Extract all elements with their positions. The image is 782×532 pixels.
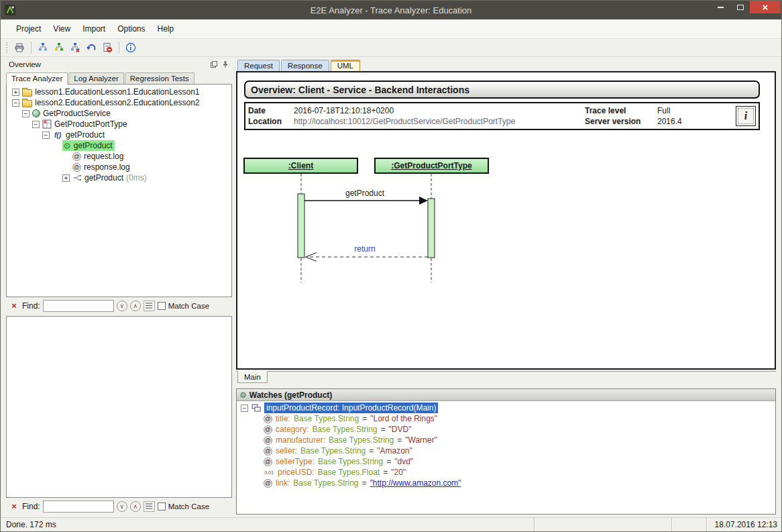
watches-tree: − inputProductRecord: InputProductRecord… bbox=[237, 401, 775, 514]
tab-main[interactable]: Main bbox=[237, 371, 268, 383]
watch-item-sellertype[interactable]: @ sellerType: Base Types.String = "dvd" bbox=[237, 456, 775, 467]
minimize-button[interactable] bbox=[711, 1, 730, 13]
watch-item-category[interactable]: @ category: Base Types.String = "DVD" bbox=[237, 424, 775, 435]
sequence-diagram-canvas bbox=[243, 158, 511, 288]
tree-item-response-log[interactable]: @ response.log bbox=[7, 162, 231, 172]
close-button[interactable]: × bbox=[750, 1, 781, 13]
date-label: Date bbox=[248, 105, 294, 116]
watch-item-link[interactable]: @ link: Base Types.String = "http://www.… bbox=[237, 478, 775, 488]
window-title: E2E Analyzer - Trace Analyzer: Education bbox=[1, 5, 781, 15]
find-prev-icon[interactable]: ∧ bbox=[130, 301, 141, 311]
import-structure-button[interactable] bbox=[52, 40, 66, 55]
float-window-icon[interactable] bbox=[209, 60, 219, 68]
info-button[interactable]: i bbox=[736, 106, 756, 126]
undo-button[interactable] bbox=[84, 40, 99, 55]
tree-item-lesson2[interactable]: − lesson2.EducationLesson2.EducationLess… bbox=[7, 97, 231, 108]
app-logo-icon bbox=[5, 5, 15, 15]
collapse-structure-button[interactable] bbox=[68, 40, 82, 55]
find-next-icon[interactable]: ∨ bbox=[117, 501, 127, 512]
folder-open-icon bbox=[22, 100, 32, 107]
tree-item-service[interactable]: − GetProductService bbox=[7, 108, 231, 119]
log-file-icon: @ bbox=[72, 163, 81, 172]
tree-item-label: GetProductService bbox=[43, 109, 111, 118]
tab-regression-tests[interactable]: Regression Tests bbox=[125, 72, 194, 84]
collapse-icon[interactable]: − bbox=[32, 121, 40, 128]
lifeline-client[interactable]: :Client bbox=[243, 158, 358, 174]
find-input[interactable] bbox=[43, 500, 114, 513]
tree-item-request-log[interactable]: @ request.log bbox=[7, 151, 231, 162]
toolbar bbox=[1, 39, 781, 57]
menu-options[interactable]: Options bbox=[111, 21, 151, 36]
match-case-checkbox[interactable] bbox=[158, 502, 166, 511]
close-icon: × bbox=[763, 1, 769, 13]
maximize-icon bbox=[737, 5, 744, 10]
tab-request[interactable]: Request bbox=[237, 60, 280, 71]
porttype-icon bbox=[42, 119, 52, 129]
expand-structure-button[interactable] bbox=[36, 40, 50, 55]
collapse-icon[interactable]: − bbox=[42, 131, 50, 139]
find-prev-icon[interactable]: ∧ bbox=[130, 501, 141, 512]
location-value: http://localhost:10012/GetProductService… bbox=[294, 116, 515, 127]
find-options-icon[interactable] bbox=[144, 301, 155, 311]
watch-root-item[interactable]: − inputProductRecord: InputProductRecord… bbox=[237, 403, 775, 413]
find-label: Find: bbox=[22, 301, 40, 311]
pin-icon[interactable] bbox=[221, 60, 230, 68]
toolbar-separator bbox=[31, 42, 32, 54]
trace-tree: + lesson1.EducationLesson1.EducationLess… bbox=[6, 84, 232, 297]
tree-item-lesson1[interactable]: + lesson1.EducationLesson1.EducationLess… bbox=[7, 87, 231, 97]
server-version-value: 2016.4 bbox=[657, 116, 682, 127]
remove-log-button[interactable] bbox=[100, 40, 115, 55]
find-next-icon[interactable]: ∨ bbox=[117, 301, 127, 311]
tree-item-function[interactable]: − f() getProduct bbox=[7, 129, 231, 140]
find-options-icon[interactable] bbox=[144, 501, 155, 512]
tree-item-label: lesson2.EducationLesson2.EducationLesson… bbox=[35, 98, 200, 107]
selected-tree-item[interactable]: ⚙ getProduct bbox=[62, 140, 115, 151]
record-icon bbox=[252, 403, 261, 413]
uml-subtab-strip: Main bbox=[236, 371, 776, 384]
float-type-icon: 0.01 bbox=[264, 470, 274, 475]
match-case-label: Match Case bbox=[168, 502, 209, 511]
match-case-checkbox[interactable] bbox=[158, 302, 166, 310]
print-button[interactable] bbox=[12, 40, 27, 55]
find-input[interactable] bbox=[43, 300, 114, 312]
collapse-icon[interactable]: − bbox=[12, 99, 19, 107]
list-icon bbox=[146, 503, 152, 509]
find-clear-icon[interactable]: × bbox=[9, 301, 19, 311]
expand-icon[interactable]: + bbox=[62, 174, 70, 182]
lifeline-porttype[interactable]: :GetProductPortType bbox=[374, 158, 489, 174]
tab-log-analyzer[interactable]: Log Analyzer bbox=[68, 72, 124, 84]
menu-import[interactable]: Import bbox=[76, 21, 111, 36]
watch-item-priceusd[interactable]: 0.01 priceUSD: Base Types.Float = "20" bbox=[237, 467, 775, 478]
status-datetime: 18.07.2016 12:13 bbox=[706, 518, 781, 531]
trace-call-icon bbox=[72, 173, 82, 182]
watch-item-title[interactable]: @ title: Base Types.String = "Lord of th… bbox=[237, 413, 775, 424]
tree-item-getproduct-selected[interactable]: ⚙ getProduct bbox=[7, 140, 231, 151]
find-label: Find: bbox=[22, 502, 40, 511]
tree-item-label: GetProductPortType bbox=[54, 119, 127, 129]
collapse-icon[interactable]: − bbox=[241, 405, 248, 412]
overview-panel-title: Overview bbox=[9, 60, 209, 68]
tree-structure-remove-icon bbox=[70, 42, 80, 53]
titlebar: E2E Analyzer - Trace Analyzer: Education… bbox=[1, 1, 781, 19]
watch-item-manufacturer[interactable]: @ manufacturer: Base Types.String = "War… bbox=[237, 435, 775, 445]
collapse-icon[interactable]: − bbox=[22, 110, 30, 117]
tab-response[interactable]: Response bbox=[281, 60, 329, 71]
find-clear-icon[interactable]: × bbox=[9, 501, 19, 511]
tab-trace-analyzer[interactable]: Trace Analyzer bbox=[6, 72, 68, 85]
overview-panel: Overview Trace Analyzer Log Analyzer Reg… bbox=[6, 58, 232, 515]
about-button[interactable] bbox=[123, 40, 138, 55]
tree-item-porttype[interactable]: − GetProductPortType bbox=[7, 119, 231, 129]
overview-panel-header: Overview bbox=[6, 58, 232, 70]
watch-link-value[interactable]: "http://www.amazon.com" bbox=[370, 478, 461, 488]
menu-view[interactable]: View bbox=[47, 21, 76, 36]
status-message: Done. 172 ms bbox=[1, 520, 534, 529]
watch-item-seller[interactable]: @ seller: Base Types.String = "Amazon" bbox=[237, 445, 775, 456]
menu-project[interactable]: Project bbox=[10, 21, 47, 36]
watch-root-label: inputProductRecord: InputProductRecord(M… bbox=[264, 403, 438, 413]
location-label: Location bbox=[248, 116, 294, 127]
menu-help[interactable]: Help bbox=[152, 21, 180, 36]
maximize-button[interactable] bbox=[730, 1, 750, 13]
tab-uml[interactable]: UML bbox=[331, 60, 360, 71]
expand-icon[interactable]: + bbox=[12, 89, 19, 96]
tree-item-getproduct-call[interactable]: + getProduct (0ms) bbox=[7, 172, 231, 183]
